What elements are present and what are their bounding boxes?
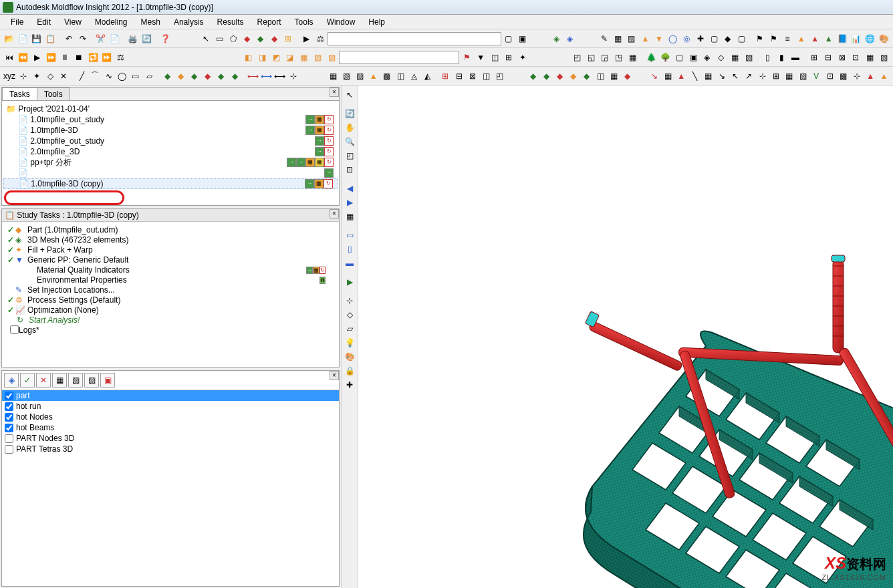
win1-icon[interactable]: ◰ bbox=[570, 51, 584, 64]
project-item-selected[interactable]: 📄 1.0tmpfile-3D (copy) →▦↻ bbox=[3, 178, 338, 189]
dim2-icon[interactable]: ⟷ bbox=[260, 69, 273, 83]
plus-icon[interactable]: ✚ bbox=[694, 32, 707, 45]
k6-icon[interactable]: ↘ bbox=[715, 69, 728, 83]
r2-icon[interactable]: ⊟ bbox=[453, 69, 465, 83]
layer-check-button[interactable]: ✓ bbox=[20, 373, 35, 388]
xyz-icon[interactable]: xyz bbox=[3, 69, 16, 83]
k8-icon[interactable]: ↗ bbox=[743, 69, 755, 83]
slice-icon[interactable]: ◫ bbox=[488, 51, 501, 64]
dim4-icon[interactable]: ⊹ bbox=[287, 69, 299, 83]
flag1-icon[interactable]: ⚑ bbox=[753, 32, 767, 45]
layer-row[interactable]: hot Beams bbox=[2, 422, 339, 433]
layer-green-icon[interactable]: ◈ bbox=[549, 32, 563, 45]
grid1-icon[interactable]: ⊞ bbox=[807, 51, 821, 64]
wand-icon[interactable]: ✎ bbox=[598, 32, 611, 45]
cube7-icon[interactable]: ▨ bbox=[326, 51, 339, 64]
menu-tools[interactable]: Tools bbox=[288, 16, 320, 28]
win3-icon[interactable]: ◲ bbox=[598, 51, 612, 64]
spline-icon[interactable]: ∿ bbox=[102, 69, 115, 83]
layer-add-button[interactable]: ◈ bbox=[4, 373, 19, 388]
box-icon[interactable]: ▢ bbox=[502, 32, 515, 45]
view-top-icon[interactable]: ▬ bbox=[343, 257, 356, 270]
snap2-icon[interactable]: ✦ bbox=[30, 69, 43, 83]
layer-row[interactable]: hot run bbox=[2, 401, 339, 412]
cube-green-icon[interactable]: ◆ bbox=[254, 32, 267, 45]
cut-icon[interactable]: ✂️ bbox=[94, 32, 108, 45]
study-mesh[interactable]: ✓◈3D Mesh (467232 elements) bbox=[5, 235, 336, 245]
panel-close-icon[interactable]: × bbox=[330, 371, 339, 380]
pause-icon[interactable]: ⏸ bbox=[58, 51, 72, 64]
view-side-icon[interactable]: ▯ bbox=[343, 243, 356, 256]
analyze-icon[interactable]: ▶ bbox=[300, 32, 313, 45]
project-root[interactable]: 📁 Project '2021-01-04' bbox=[3, 104, 338, 114]
bar3-icon[interactable]: ▬ bbox=[789, 51, 802, 64]
m7-icon[interactable]: ◬ bbox=[408, 69, 420, 83]
box9-icon[interactable]: ▦ bbox=[729, 51, 742, 64]
first-icon[interactable]: ⏮ bbox=[3, 51, 16, 64]
cursor-icon[interactable]: ↖ bbox=[343, 88, 356, 102]
box3-icon[interactable]: ▢ bbox=[707, 32, 721, 45]
help-icon[interactable]: ❓ bbox=[158, 32, 172, 45]
menu-results[interactable]: Results bbox=[211, 16, 251, 28]
view-dropdown[interactable] bbox=[339, 51, 459, 64]
dim3-icon[interactable]: ⟷ bbox=[273, 69, 286, 83]
select-box-icon[interactable]: ▭ bbox=[213, 32, 226, 45]
snap4-icon[interactable]: ✕ bbox=[57, 69, 70, 83]
color2-icon[interactable]: 🎨 bbox=[343, 350, 356, 363]
study-material[interactable]: ✓▼Generic PP: Generic Default bbox=[5, 255, 336, 265]
study-optimization[interactable]: ✓📈Optimization (None) bbox=[5, 305, 336, 315]
layer-checkbox[interactable] bbox=[5, 424, 13, 432]
snap-face-icon[interactable]: ▱ bbox=[343, 322, 356, 335]
new-icon[interactable]: 📄 bbox=[17, 32, 30, 45]
box6-icon[interactable]: ▣ bbox=[686, 51, 700, 64]
g2-icon[interactable]: ◆ bbox=[174, 69, 187, 83]
play-icon[interactable]: ▶ bbox=[31, 51, 44, 64]
stop-icon[interactable]: ⏹ bbox=[72, 51, 86, 64]
tree2-icon[interactable]: 🌳 bbox=[658, 51, 672, 64]
d1-icon[interactable]: ◆ bbox=[527, 69, 539, 83]
layer-blue-icon[interactable]: ◈ bbox=[563, 32, 577, 45]
cube3-icon[interactable]: ◩ bbox=[269, 51, 283, 64]
layer-row[interactable]: PART Tetras 3D bbox=[2, 444, 339, 454]
circle-icon[interactable]: ◯ bbox=[666, 32, 680, 45]
drop-icon[interactable]: ▼ bbox=[474, 51, 487, 64]
grid3-icon[interactable]: ⊠ bbox=[836, 51, 849, 64]
m3-icon[interactable]: ▨ bbox=[354, 69, 366, 83]
view-front-icon[interactable]: ▭ bbox=[343, 229, 356, 242]
project-item[interactable]: 📄 → bbox=[3, 168, 338, 178]
cube-red-icon[interactable]: ◆ bbox=[268, 32, 281, 45]
r4-icon[interactable]: ◫ bbox=[479, 69, 492, 83]
tab-tools[interactable]: Tools bbox=[37, 88, 70, 100]
menu-modeling[interactable]: Modeling bbox=[88, 16, 134, 28]
menu-view[interactable]: View bbox=[57, 16, 88, 28]
k3-icon[interactable]: ▲ bbox=[675, 69, 688, 83]
gate-icon[interactable]: ◆ bbox=[241, 32, 254, 45]
k1-icon[interactable]: ↘ bbox=[648, 69, 660, 83]
grid4-icon[interactable]: ⊡ bbox=[849, 51, 862, 64]
layer-row[interactable]: hot Nodes bbox=[2, 412, 339, 422]
d5-icon[interactable]: ◆ bbox=[580, 69, 593, 83]
g4-icon[interactable]: ◆ bbox=[201, 69, 214, 83]
box10-icon[interactable]: ▧ bbox=[743, 51, 756, 64]
snap-edge-icon[interactable]: ◇ bbox=[343, 308, 356, 321]
circle2-icon[interactable]: ◯ bbox=[116, 69, 128, 83]
layer-isolate-button[interactable]: ▨ bbox=[84, 373, 99, 388]
layer-checkbox[interactable] bbox=[5, 445, 13, 454]
pan-icon[interactable]: ✋ bbox=[343, 121, 356, 134]
step-back-icon[interactable]: ⏪ bbox=[17, 51, 30, 64]
stack-icon[interactable]: ≡ bbox=[781, 32, 794, 45]
tri-up-icon[interactable]: ▲ bbox=[639, 32, 652, 45]
cube6-icon[interactable]: ▧ bbox=[311, 51, 325, 64]
layer-show-button[interactable]: ▦ bbox=[52, 373, 67, 388]
menu-report[interactable]: Report bbox=[251, 16, 288, 28]
flag2-icon[interactable]: ⚑ bbox=[767, 32, 781, 45]
d2-icon[interactable]: ◆ bbox=[540, 69, 553, 83]
d3-icon[interactable]: ◆ bbox=[553, 69, 566, 83]
win4-icon[interactable]: ◳ bbox=[612, 51, 626, 64]
wiz1-icon[interactable]: ▦ bbox=[611, 32, 624, 45]
menu-window[interactable]: Window bbox=[320, 16, 362, 28]
fit-icon[interactable]: ⊡ bbox=[343, 163, 356, 176]
layer-checkbox[interactable] bbox=[5, 402, 13, 411]
cube2-icon[interactable]: ◨ bbox=[255, 51, 269, 64]
arc-icon[interactable]: ⌒ bbox=[89, 69, 102, 83]
